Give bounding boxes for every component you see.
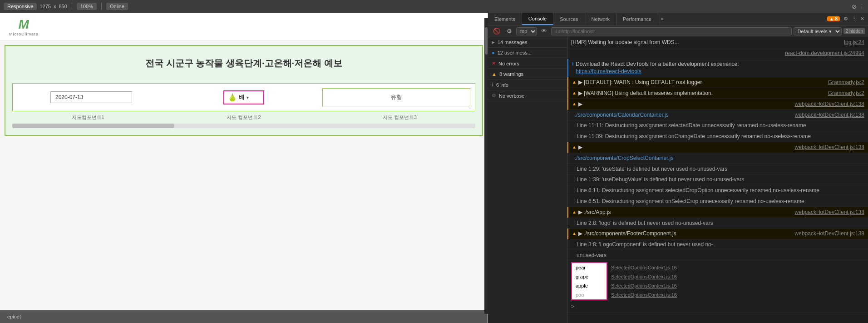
tab-sources[interactable]: Sources <box>553 13 585 25</box>
msg-line139: Line 1:39: 'useDebugValue' is defined bu… <box>567 174 868 185</box>
clear-console-button[interactable]: 🚫 <box>491 27 503 35</box>
tab-performance[interactable]: Performance <box>616 13 658 25</box>
crop-select[interactable]: 🍐 배 ▾ <box>223 90 264 104</box>
dropdown-arrow-icon: ▾ <box>247 95 249 100</box>
warning-badge: ▲ 8 <box>827 16 840 21</box>
more-options-icon[interactable]: ⋮ <box>852 16 857 22</box>
date-input[interactable] <box>50 91 132 103</box>
msg-line38: Line 3:8: 'LogoComponent' is defined but… <box>567 239 868 250</box>
warn-tri-icon3: ▲ <box>572 101 577 107</box>
msg-line1139: Line 11:39: Destructuring assignment onC… <box>567 131 868 142</box>
warnings-label: 8 warnings <box>499 71 523 77</box>
msg-warning-timeseries-source[interactable]: Grammarly.js:2 <box>828 89 864 97</box>
msg-webpack1-text: ▶ <box>578 100 793 108</box>
tab-performance-label: Performance <box>623 16 651 22</box>
msg-webpack2: ▲ ▶ webpackHotDevClient.js:138 <box>567 142 868 153</box>
more-icon[interactable]: ⋮ <box>859 4 864 10</box>
dropdown-container: pear grape apple poo SelectedOptionsCont… <box>567 261 868 301</box>
context-select[interactable]: top <box>516 27 537 35</box>
warn-tri-icon4: ▲ <box>572 144 577 150</box>
page-header: M MicroClimate <box>0 13 488 40</box>
devtools-toolbar: 🚫 ⚙ top 👁 Default levels ▾ 2 hidden <box>488 25 868 37</box>
more-tabs[interactable]: » <box>658 16 666 21</box>
dropdown-item-grape[interactable]: grape <box>572 272 607 281</box>
src-apple[interactable]: SelectedOptionsContext.js:16 <box>611 283 677 288</box>
msg-reactdom-source[interactable]: react-dom.development.js:24994 <box>785 50 864 57</box>
console-prompt-icon: > <box>571 303 574 311</box>
tab-network[interactable]: Network <box>585 13 616 25</box>
msg-hmr-source[interactable]: log.js:24 <box>844 39 864 46</box>
filter-input[interactable] <box>551 27 792 35</box>
msg-calendar-text[interactable]: ./src/components/CalendarContainer.js <box>575 111 793 119</box>
console-prompt-line[interactable]: > <box>567 301 868 313</box>
sidebar-item-messages[interactable]: ▶ 14 messages <box>488 37 567 48</box>
msg-webpack1-source[interactable]: webpackHotDevClient.js:138 <box>795 100 864 108</box>
error-icon: ✕ <box>492 60 496 66</box>
tab-console[interactable]: Console <box>522 13 553 25</box>
settings-button[interactable]: ⚙ <box>504 27 514 35</box>
msg-crop: ./src/components/CropSelectContainer.js <box>567 153 868 164</box>
tab-console-label: Console <box>528 16 547 21</box>
inspect-button[interactable]: 👁 <box>539 27 549 35</box>
msg-app-text: ▶ ./src/App.js <box>578 209 793 216</box>
no-errors-label: No errors <box>498 61 519 66</box>
user-icon: ● <box>492 50 495 55</box>
devtools-tabs: Elements Console Sources Network Perform… <box>488 13 868 25</box>
msg-line38b: unused-vars <box>567 250 868 261</box>
msg-default-warn-source[interactable]: Grammarly.js:2 <box>828 79 864 86</box>
tab-sources-label: Sources <box>560 16 578 22</box>
msg-app: ▲ ▶ ./src/App.js webpackHotDevClient.js:… <box>567 207 868 218</box>
crop-label: 배 <box>239 93 245 101</box>
map-label-1: 지도컴포넌트1 <box>12 114 163 121</box>
zoom-level[interactable]: 100% <box>77 3 97 10</box>
msg-devtools: ℹ Download the React DevTools for a bett… <box>567 59 868 78</box>
sidebar-item-errors[interactable]: ✕ No errors <box>488 58 567 69</box>
info-label: 6 info <box>496 82 508 88</box>
msg-footer-source[interactable]: webpackHotDevClient.js:138 <box>795 230 864 238</box>
sep1 <box>72 3 72 10</box>
dropdown-row: pear grape apple poo SelectedOptionsCont… <box>567 261 868 301</box>
react-devtools-link[interactable]: https://fb.me/react-devtools <box>576 68 641 75</box>
msg-hmr-text: [HMR] Waiting for update signal from WDS… <box>571 39 842 46</box>
no-entry-icon: ⊘ <box>852 3 857 10</box>
msg-calendar-source[interactable]: webpackHotDevClient.js:138 <box>795 111 864 119</box>
dropdown-item-poo[interactable]: poo <box>572 290 607 299</box>
browser-toolbar: Responsive 1275 x 850 100% Online ⊘ ⋮ <box>0 0 868 13</box>
dropdown-item-apple[interactable]: apple <box>572 281 607 290</box>
log-levels-select[interactable]: Default levels ▾ <box>794 27 842 35</box>
sidebar-item-warnings[interactable]: ▲ 8 warnings <box>488 69 567 80</box>
settings-icon[interactable]: ⚙ <box>843 16 848 22</box>
webpage-scrollbar[interactable] <box>484 18 488 314</box>
msg-reactdom: react-dom.development.js:24994 <box>567 48 868 59</box>
close-icon[interactable]: ✕ <box>860 16 864 22</box>
msg-line129-text: Line 1:29: 'useState' is defined but nev… <box>577 165 864 173</box>
type-box: 유형 <box>322 88 470 106</box>
src-grape[interactable]: SelectedOptionsContext.js:16 <box>611 274 677 279</box>
verbose-icon: ⚙ <box>492 93 496 99</box>
crop-dropdown[interactable]: pear grape apple poo <box>571 262 607 300</box>
console-main: [HMR] Waiting for update signal from WDS… <box>567 37 868 323</box>
msg-devtools-text: Download the React DevTools for a better… <box>576 60 864 76</box>
msg-calendar: ./src/components/CalendarContainer.js we… <box>567 110 868 121</box>
dropdown-item-pear[interactable]: pear <box>572 263 607 272</box>
sidebar-item-verbose[interactable]: ⚙ No verbose <box>488 90 567 101</box>
devtools-tab-actions: ▲ 8 ⚙ ⋮ ✕ <box>827 16 868 22</box>
responsive-label[interactable]: Responsive <box>4 3 37 10</box>
src-pear[interactable]: SelectedOptionsContext.js:16 <box>611 265 677 270</box>
src-poo[interactable]: SelectedOptionsContext.js:16 <box>611 292 677 298</box>
msg-webpack2-source[interactable]: webpackHotDevClient.js:138 <box>795 144 864 151</box>
msg-line611-text: Line 6:11: Destructuring assignment sele… <box>577 187 864 194</box>
tab-elements-label: Elements <box>494 16 515 22</box>
footer-text: epinet <box>7 314 21 319</box>
dropdown-sources: SelectedOptionsContext.js:16 SelectedOpt… <box>611 261 677 301</box>
msg-crop-text[interactable]: ./src/components/CropSelectContainer.js <box>575 154 864 162</box>
msg-app-source[interactable]: webpackHotDevClient.js:138 <box>795 209 864 216</box>
msg-footer-text: ▶ ./src/components/FooterComponent.js <box>578 230 793 238</box>
msg-line11-text: Line 11:11: Destructuring assignment sel… <box>577 122 864 129</box>
tab-elements[interactable]: Elements <box>488 13 522 25</box>
warn-tri-icon6: ▲ <box>572 230 577 237</box>
warn-tri-icon: ▲ <box>572 79 577 85</box>
sidebar-item-info[interactable]: ℹ 6 info <box>488 80 567 90</box>
sidebar-item-user[interactable]: ● 12 user mess... <box>488 48 567 58</box>
online-status[interactable]: Online <box>106 3 128 10</box>
